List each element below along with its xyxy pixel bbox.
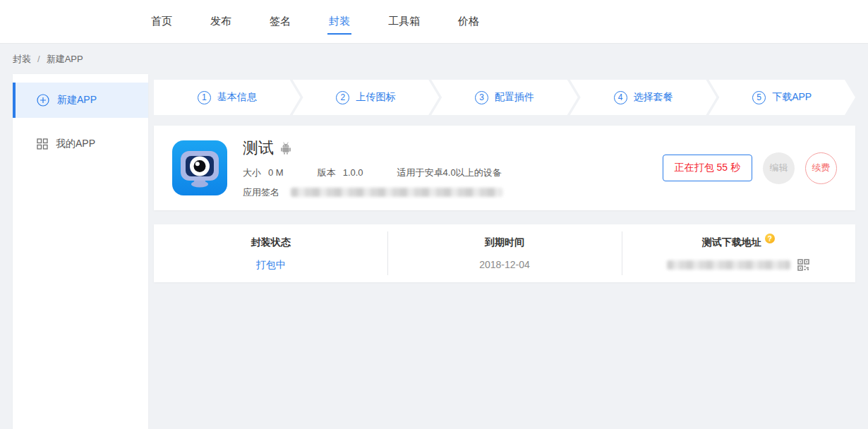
sidebar-item-my-apps[interactable]: 我的APP bbox=[13, 126, 148, 162]
step-upload-icon[interactable]: 2 上传图标 bbox=[293, 80, 440, 115]
breadcrumb-current: 新建APP bbox=[47, 53, 83, 66]
sidebar-item-label: 我的APP bbox=[56, 138, 95, 150]
package-status-column: 封装状态 打包中 bbox=[154, 224, 387, 282]
step-number-badge: 4 bbox=[614, 91, 627, 104]
status-card: 封装状态 打包中 到期时间 2018-12-04 测试下载地址 ? bbox=[154, 224, 855, 282]
breadcrumb: 封装 / 新建APP bbox=[0, 44, 868, 74]
step-select-plan[interactable]: 4 选择套餐 bbox=[570, 80, 717, 115]
compatibility-text: 适用于安卓4.0以上的设备 bbox=[397, 167, 502, 179]
nav-tab-price[interactable]: 价格 bbox=[457, 12, 481, 35]
nav-tab-toolbox[interactable]: 工具箱 bbox=[387, 12, 421, 35]
package-status-value: 打包中 bbox=[256, 259, 286, 272]
redacted-signature-value bbox=[291, 188, 502, 197]
size-value: 0 M bbox=[268, 167, 284, 178]
android-icon bbox=[280, 142, 291, 155]
edit-button[interactable]: 编辑 bbox=[763, 152, 795, 184]
step-number-badge: 2 bbox=[336, 91, 349, 104]
nav-tab-sign[interactable]: 签名 bbox=[268, 12, 292, 35]
nav-tab-package[interactable]: 封装 bbox=[327, 12, 351, 35]
wizard-steps: 1 基本信息 2 上传图标 3 配置插件 4 选择套餐 5 下载APP bbox=[154, 80, 855, 115]
breadcrumb-separator: / bbox=[37, 54, 40, 64]
qr-code-icon[interactable] bbox=[797, 259, 809, 271]
step-configure-plugins[interactable]: 3 配置插件 bbox=[431, 80, 578, 115]
size-label: 大小 bbox=[243, 167, 261, 179]
package-status-header: 封装状态 bbox=[251, 236, 291, 249]
version-value: 1.0.0 bbox=[343, 167, 363, 178]
expiry-date-column: 到期时间 2018-12-04 bbox=[387, 224, 621, 282]
app-icon bbox=[172, 140, 227, 195]
signature-label: 应用签名 bbox=[243, 186, 279, 199]
step-number-badge: 1 bbox=[198, 91, 211, 104]
main-content: 1 基本信息 2 上传图标 3 配置插件 4 选择套餐 5 下载APP bbox=[154, 74, 855, 429]
step-download-app[interactable]: 5 下载APP bbox=[709, 80, 855, 115]
sidebar: 新建APP 我的APP bbox=[13, 74, 148, 429]
app-meta: 大小 0 M 版本 1.0.0 适用于安卓4.0以上的设备 bbox=[243, 167, 502, 179]
step-basic-info[interactable]: 1 基本信息 bbox=[154, 80, 301, 115]
packing-status-button[interactable]: 正在打包 55 秒 bbox=[663, 155, 752, 181]
step-number-badge: 5 bbox=[752, 91, 766, 104]
app-card: 测试 bbox=[154, 126, 855, 210]
expiry-date-value: 2018-12-04 bbox=[479, 259, 530, 270]
sidebar-item-label: 新建APP bbox=[57, 94, 97, 107]
download-url-column: 测试下载地址 ? bbox=[622, 224, 855, 282]
card-actions: 正在打包 55 秒 编辑 续费 bbox=[663, 152, 837, 184]
nav-tab-publish[interactable]: 发布 bbox=[209, 12, 233, 35]
grid-icon bbox=[37, 138, 48, 150]
sidebar-item-new-app[interactable]: 新建APP bbox=[13, 83, 148, 118]
renew-button[interactable]: 续费 bbox=[805, 152, 837, 184]
top-nav: 首页 发布 签名 封装 工具箱 价格 bbox=[0, 0, 868, 44]
version-label: 版本 bbox=[318, 167, 336, 179]
nav-tab-home[interactable]: 首页 bbox=[150, 12, 174, 35]
step-number-badge: 3 bbox=[475, 91, 488, 104]
plus-circle-icon bbox=[37, 94, 49, 107]
signature-row: 应用签名 bbox=[243, 186, 502, 199]
help-coin-icon[interactable]: ? bbox=[765, 234, 775, 243]
redacted-download-url bbox=[667, 260, 790, 270]
expiry-date-header: 到期时间 bbox=[485, 236, 524, 249]
breadcrumb-package-link[interactable]: 封装 bbox=[13, 53, 31, 66]
download-url-header: 测试下载地址 bbox=[702, 236, 761, 249]
app-info: 测试 bbox=[243, 138, 502, 199]
app-name: 测试 bbox=[243, 138, 274, 159]
